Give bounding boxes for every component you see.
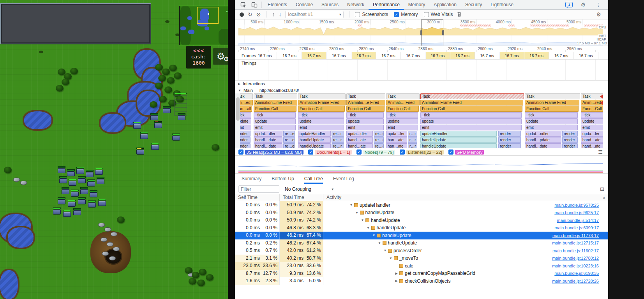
checkbox[interactable]: ✓: [394, 12, 399, 17]
unit[interactable]: [172, 135, 180, 141]
flame-bar[interactable]: re…r: [332, 131, 344, 137]
flame-bar[interactable]: re…er: [283, 143, 295, 148]
unit[interactable]: [71, 192, 79, 197]
checkbox[interactable]: [424, 12, 429, 17]
grouping-select[interactable]: No Grouping ▾: [285, 186, 333, 192]
unit[interactable]: [136, 150, 144, 155]
flame-bar[interactable]: handleUpdate: [298, 143, 331, 148]
table-row[interactable]: 0.0 ms0.0 %46.8 ms68.3 %▼handleUpdatemai…: [235, 224, 608, 232]
frame-cell[interactable]: 16.7 ms: [376, 52, 401, 60]
inspect-icon[interactable]: [240, 2, 247, 8]
flame-bar[interactable]: Task: [581, 93, 603, 99]
flame-bar[interactable]: handl…date: [254, 137, 282, 143]
flame-bar[interactable]: render: [498, 137, 521, 143]
frame-cell[interactable]: 16.7 ms: [352, 52, 376, 60]
flame-bar[interactable]: Task: [298, 93, 346, 99]
table-row[interactable]: 0.2 ms0.2 %46.2 ms67.4 %▼handleUpdatemai…: [235, 239, 608, 247]
flame-bar[interactable]: r…r: [408, 143, 417, 148]
device-toolbar-icon[interactable]: [251, 2, 258, 8]
bottom-tab-event-log[interactable]: Event Log: [333, 174, 354, 184]
capture-settings-gear-icon[interactable]: ⚙: [596, 12, 601, 17]
source-link[interactable]: main.bundle.js:11773:17: [552, 233, 608, 238]
table-row[interactable]: 0.0 ms0.0 %46.2 ms67.4 %▼handleUpdatemai…: [235, 232, 608, 239]
unit[interactable]: [88, 202, 96, 208]
flame-bar[interactable]: emit: [298, 125, 344, 130]
bottom-tab-bottom-up[interactable]: Bottom-Up: [272, 174, 294, 184]
tab-performance[interactable]: Performance: [369, 0, 404, 10]
frame-cell[interactable]: 16.7 ms: [302, 52, 326, 60]
flame-bar[interactable]: update: [581, 118, 603, 124]
table-row[interactable]: 0.5 ms0.7 %42.0 ms61.2 %▼processOrdermai…: [235, 247, 608, 255]
flame-bar[interactable]: updateHandler: [298, 131, 331, 137]
frame-cell[interactable]: 16.7 ms: [426, 52, 450, 60]
tree-toggle[interactable]: ▼: [366, 226, 371, 230]
flame-bar[interactable]: hand…ate: [346, 137, 373, 143]
tab-console[interactable]: Console: [291, 0, 317, 10]
timeline-overview[interactable]: 500 ms1000 ms1500 ms2000 ms2500 ms3000 m…: [235, 19, 608, 46]
settings-button[interactable]: ⚙ ⚙: [213, 48, 228, 65]
minimap[interactable]: [179, 6, 228, 45]
flame-bar[interactable]: han…ate: [386, 143, 407, 148]
flame-bar[interactable]: Task: [525, 93, 580, 99]
flame-bar[interactable]: han…ate: [386, 137, 407, 143]
flame-bar[interactable]: Animati… Fired: [386, 100, 420, 106]
flame-bar[interactable]: updat…dler: [254, 131, 282, 137]
flame-bar[interactable]: re…r: [332, 137, 344, 143]
counter-chip[interactable]: ✓Documents[1 – 1]: [308, 150, 351, 155]
source-link[interactable]: main.bundle.js:10223:16: [552, 264, 608, 268]
unit[interactable]: [59, 178, 67, 183]
minimap-viewport[interactable]: [197, 7, 219, 24]
unit[interactable]: [78, 199, 86, 204]
unit[interactable]: [154, 123, 162, 128]
flame-bar[interactable]: _tick: [525, 112, 578, 118]
source-link[interactable]: main.bundle.js:9578:25: [554, 203, 608, 208]
chevron-right-icon[interactable]: ▶: [238, 82, 240, 86]
history-select[interactable]: localhost #1 ▾: [285, 11, 344, 18]
flame-bar[interactable]: Function Call: [298, 106, 345, 112]
checkbox[interactable]: ✓: [356, 150, 362, 155]
unit[interactable]: [140, 134, 148, 139]
checkbox[interactable]: ✓: [238, 150, 243, 155]
unit[interactable]: [73, 210, 81, 215]
flame-bar[interactable]: emit: [254, 125, 296, 130]
flame-bar[interactable]: emit: [525, 125, 578, 130]
toolbar-checkbox[interactable]: Web Vitals: [424, 12, 453, 17]
flame-bar[interactable]: Function Call: [254, 106, 296, 112]
flame-bar[interactable]: Function Call: [386, 106, 419, 112]
tree-toggle[interactable]: ▼: [349, 203, 353, 207]
timings-track[interactable]: Timings: [235, 60, 608, 81]
frame-cell[interactable]: 16.7 ms: [500, 52, 524, 60]
tab-lighthouse[interactable]: Lighthouse: [486, 0, 518, 10]
tree-toggle[interactable]: ▼: [383, 249, 387, 252]
frames-track[interactable]: Frames 16.7 ms16.7 ms16.7 ms16.7 ms16.7 …: [235, 52, 608, 60]
chevron-down-icon[interactable]: ▼: [238, 89, 241, 92]
record-button[interactable]: [240, 12, 244, 17]
flame-bar[interactable]: Animation Frame Fired: [525, 100, 579, 106]
flame-bar[interactable]: r…r: [408, 137, 417, 143]
table-row[interactable]: 2.1 ms3.1 %40.2 ms58.7 %▼_moveTomain.bun…: [235, 255, 608, 262]
flame-bar[interactable]: update: [525, 118, 578, 124]
unit[interactable]: [58, 199, 65, 204]
table-row[interactable]: 0.0 ms0.0 %50.9 ms74.2 %▼handleUpdatemai…: [235, 209, 608, 217]
tab-network[interactable]: Network: [343, 0, 369, 10]
flame-bar[interactable]: hand…ate: [581, 137, 603, 143]
panel-toggle-icon[interactable]: ⊡: [600, 186, 604, 192]
unit[interactable]: [76, 169, 84, 174]
frame-cell[interactable]: 16.7 ms: [475, 52, 499, 60]
unit[interactable]: [86, 172, 94, 177]
frame-cell[interactable]: 16.7 ms: [524, 52, 549, 60]
source-link[interactable]: main.bundle.js:12728:26: [552, 279, 608, 283]
unit[interactable]: [58, 168, 65, 173]
source-link[interactable]: main.bundle.js:12715:17: [552, 241, 608, 245]
flame-bar[interactable]: _tick: [420, 112, 522, 118]
flame-bar[interactable]: re…r: [332, 143, 344, 148]
flame-bar[interactable]: upda…ler: [581, 131, 603, 137]
flame-bar[interactable]: updat…ndler: [525, 131, 561, 137]
gear-icon[interactable]: ⚙: [224, 55, 228, 63]
flame-bar[interactable]: Function Call: [346, 106, 385, 112]
source-link[interactable]: main.bundle.js:6099:17: [554, 225, 608, 230]
unit[interactable]: [163, 108, 171, 113]
flame-bar[interactable]: render: [562, 131, 578, 137]
tab-application[interactable]: Application: [429, 0, 461, 10]
unit[interactable]: [80, 189, 88, 194]
